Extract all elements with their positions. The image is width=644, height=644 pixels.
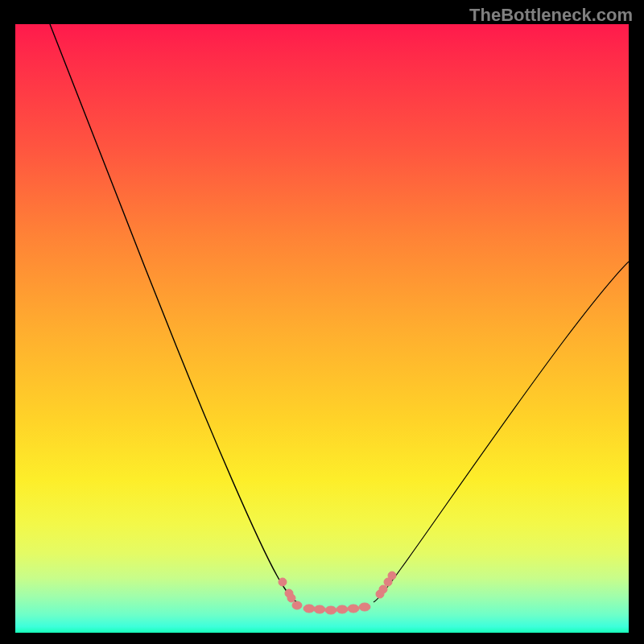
chart-container: TheBottleneck.com bbox=[0, 0, 644, 644]
right-curve bbox=[374, 262, 629, 602]
svg-point-2 bbox=[287, 594, 295, 602]
svg-point-3 bbox=[292, 601, 302, 609]
left-curve bbox=[50, 24, 297, 602]
bottom-dot-group bbox=[279, 572, 396, 614]
svg-point-11 bbox=[379, 585, 387, 593]
svg-point-0 bbox=[279, 578, 287, 586]
svg-point-5 bbox=[314, 605, 325, 613]
watermark-text: TheBottleneck.com bbox=[469, 5, 633, 26]
curve-overlay bbox=[15, 24, 629, 633]
svg-point-7 bbox=[336, 605, 348, 613]
plot-area bbox=[15, 24, 629, 633]
svg-point-13 bbox=[388, 572, 396, 580]
svg-point-6 bbox=[325, 606, 336, 614]
svg-point-9 bbox=[359, 603, 370, 611]
svg-point-8 bbox=[348, 605, 359, 613]
svg-point-4 bbox=[303, 605, 315, 613]
